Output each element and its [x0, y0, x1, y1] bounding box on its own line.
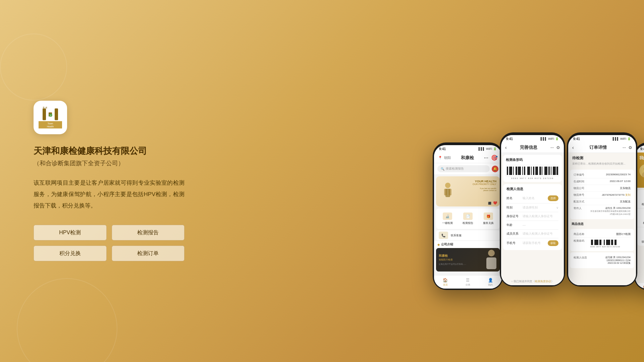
phone-1-screen: 9:41 ▌▌▌ WiFi 🔋 📍 朝阳 和康检 ··· 🎯	[434, 145, 502, 289]
phone2-id-row: 身份证号 请输入检测人身份证号	[506, 212, 558, 221]
phone3-order-section: 订单编号 20230908123023 74 生成时间 2022.09.07 1…	[570, 170, 634, 219]
phone4-avatar[interactable]	[639, 164, 644, 178]
app-icon: Town Health + 康 健	[34, 101, 67, 134]
phone3-row-sender: 寄件人 赵先生 男 13312341234河北省石家庄市裕西区幸福里街道阳光晓小…	[574, 205, 631, 217]
phone4-menu-grid: 📋 检测订单 ⭐ 我的积分 💝 会员中心 👤 检测人	[637, 190, 644, 246]
phone1-menu-grid: 🔬 一键检测 📄 检测报告 🎁 服务兑换	[436, 208, 500, 229]
svg-text:Town: Town	[48, 122, 53, 125]
phone1-banner-line2: OUR PRIORITY ONLY	[473, 183, 496, 185]
tag-report[interactable]: 检测报告	[112, 225, 185, 241]
company-subtitle: （和合诊断集团旗下全资子公司）	[34, 159, 184, 167]
svg-rect-1	[43, 109, 46, 120]
phone3-status: 待检测	[568, 153, 636, 162]
search-icon: 🔍	[441, 167, 444, 171]
svg-rect-13	[444, 189, 447, 195]
phone2-select-btn[interactable]: 选择	[548, 195, 558, 201]
phone3-row-tracknum: 物流单号 JD7376267273773 复制	[574, 192, 631, 198]
phone4-menu-detector[interactable]: 👤 检测人	[637, 208, 644, 227]
phone1-banner-line3: If you feel any specificplease contact u…	[473, 187, 496, 191]
phone3-header: ‹ 订单详情 ··· ⊙	[568, 142, 636, 153]
phone1-target-icon[interactable]: 🎯	[491, 155, 498, 161]
phone2-phone-label: 手机号	[506, 241, 520, 245]
phone3-goods-section: 商品名称 髋部CT检测 检测条码	[570, 229, 634, 251]
phone2-time: 9:41	[506, 137, 513, 141]
phone4-time: 9:41	[640, 147, 644, 151]
left-panel: Town Health + 康 健 天津和康检健康科技有限公司 （和合诊断集团旗…	[34, 101, 184, 261]
tag-order[interactable]: 检测订单	[112, 246, 185, 261]
phone1-search-bar[interactable]: 🔍 搜索检测报告	[437, 165, 490, 172]
phone1-company-card[interactable]: 和康检 智能医疗检查 让每位用户产品可以尽享高......	[436, 248, 500, 272]
phone2-name-row: 姓名 输入姓名 选择	[506, 193, 558, 203]
phone3-content: 待检测 采样已寄出，检测机构将在收到后开始检测... 订单编号 20230908…	[568, 153, 636, 285]
phone3-row-delivery: 配送方式 京东配送	[574, 198, 631, 205]
phone3-row-ordernum: 订单编号 20230908123023 74	[574, 172, 631, 178]
phone4-nav-home[interactable]: 🏠 首页	[643, 285, 644, 289]
phone1-location: 朝阳	[444, 156, 451, 160]
phone2-form-section: 检测人信息 姓名 输入姓名 选择 性别 请选择性别 ∨	[503, 184, 562, 250]
company-description: 该互联网项目主要是让客户居家就可得到专业实验室的检测服务，为健康保驾护航，小程序…	[34, 177, 184, 212]
phone3-time: 9:41	[573, 137, 580, 141]
phone3-detect-info: 检测人信息 赵无梗 男 1331234123413032119990111 21…	[574, 254, 631, 266]
phone1-nav-profile[interactable]: 👤 我的	[488, 278, 493, 287]
phone2-barcode-numbers: 0093 3877 828 8373 267239	[506, 177, 559, 179]
phone2-submit-area: ○ 我已阅读并同意《检测免责协议》 提交	[501, 280, 564, 285]
phone1-banner[interactable]: YOUR HEALTH OUR PRIORITY ONLY If you fee…	[436, 176, 500, 206]
phone1-service-row: 📞 联系客服	[436, 230, 500, 240]
phone1-location-icon: 📍	[438, 156, 442, 160]
phone1-menu-report[interactable]: 📄 检测报告	[459, 210, 478, 227]
phone3-back-icon[interactable]: ‹	[572, 145, 574, 150]
phone2-header: ‹ 完善信息 ··· ⊙	[501, 142, 564, 153]
phone2-back-icon[interactable]: ‹	[505, 145, 507, 150]
phone2-age-input[interactable]: —	[523, 224, 558, 227]
phone3-title: 订单详情	[589, 144, 607, 150]
phone-3-screen: 9:41 ▌▌▌ WiFi 🔋 ‹ 订单详情 ··· ⊙ 待检测 采样已寄出，	[568, 135, 636, 285]
phone2-id-label: 身份证号	[506, 214, 520, 219]
phone4-menu-order[interactable]: 📋 检测订单	[637, 190, 644, 208]
phone2-member-input[interactable]: 请输入检测人身份证号	[523, 232, 558, 236]
phone2-gender-input[interactable]: 请选择性别	[523, 205, 553, 210]
phone4-bottom-nav: 🏠 首页 积分 积分 👤 我的	[635, 283, 644, 289]
phone3-more-icon[interactable]: ···	[623, 145, 626, 150]
phone2-barcode	[506, 165, 559, 177]
phone4-title: 我的	[639, 155, 644, 161]
phone3-settings-icon[interactable]: ⊙	[629, 145, 632, 150]
phone1-status-bar: 9:41 ▌▌▌ WiFi 🔋	[434, 145, 502, 153]
phone2-phone-row: 手机号 请获取手机号 获取	[506, 238, 558, 248]
phone2-name-label: 姓名	[506, 196, 520, 200]
phone2-content: 检测条形码	[501, 155, 564, 285]
svg-text:Health: Health	[47, 125, 54, 128]
phone3-row-logistics: 物流公司 京东物流	[574, 185, 631, 192]
phone1-header-icons: ··· 🎯	[484, 155, 498, 161]
svg-text:健: 健	[45, 107, 47, 109]
phone1-menu-yijian[interactable]: 🔬 一键检测	[438, 210, 457, 227]
phone1-title: 和康检	[461, 155, 474, 161]
svg-rect-16	[486, 257, 496, 269]
phone2-barcode-section: 检测条形码	[503, 155, 562, 182]
phone2-id-input[interactable]: 请输入检测人身份证号	[523, 214, 558, 219]
phone2-get-btn[interactable]: 获取	[548, 240, 558, 246]
phone3-copy-btn[interactable]: 复制	[625, 193, 631, 196]
phone3-barcode-numbers: 0093 3877 828 8373 267239	[590, 246, 631, 248]
phone1-nav-category[interactable]: ☰ 分类	[466, 278, 470, 287]
phone2-phone-input[interactable]: 请获取手机号	[523, 241, 545, 245]
phone1-icons: ▌▌▌ WiFi 🔋	[479, 147, 497, 150]
svg-text:康: 康	[43, 106, 45, 109]
phone3-detect-section: 检测人信息 赵无梗 男 1331234123413032119990111 21…	[570, 252, 634, 268]
phone2-more-icon[interactable]: ···	[550, 145, 554, 150]
svg-point-11	[445, 183, 450, 188]
phone1-notification-btn[interactable]: 🔔	[492, 166, 498, 172]
phone-1-hekang: 9:41 ▌▌▌ WiFi 🔋 📍 朝阳 和康检 ··· 🎯	[433, 142, 503, 290]
phone2-age-row: 年龄 —	[506, 221, 558, 230]
phone2-settings-icon[interactable]: ⊙	[556, 145, 560, 150]
svg-text:+: +	[50, 114, 51, 117]
phone1-menu-service[interactable]: 🎁 服务兑换	[479, 210, 498, 227]
phone1-more-icon[interactable]: ···	[484, 155, 488, 161]
tag-hpv[interactable]: HPV检测	[34, 225, 107, 241]
phone4-menu-service[interactable]: 💬 联系客服	[637, 227, 644, 246]
tag-points[interactable]: 积分兑换	[34, 246, 107, 261]
svg-rect-14	[449, 189, 451, 195]
phone1-nav-home[interactable]: 🏠 首页	[443, 278, 448, 287]
company-name: 天津和康检健康科技有限公司	[34, 144, 184, 158]
phone2-name-input[interactable]: 输入姓名	[523, 196, 545, 200]
svg-rect-3	[55, 109, 58, 120]
